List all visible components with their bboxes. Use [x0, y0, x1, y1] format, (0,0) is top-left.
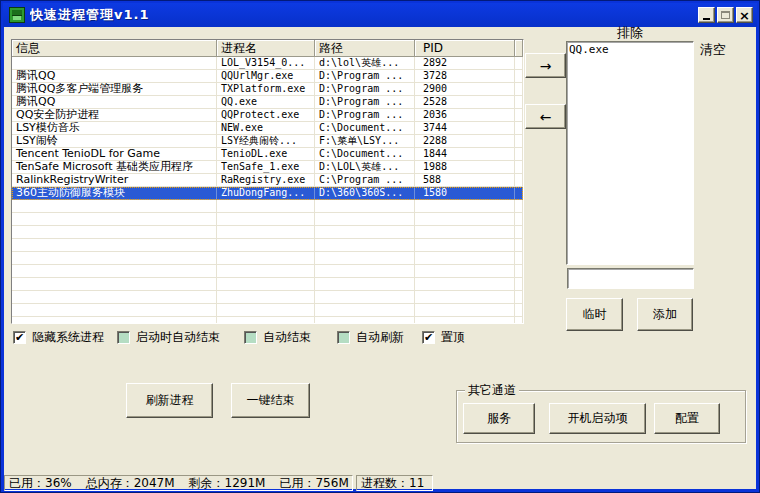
cell: [315, 252, 415, 265]
close-icon: ×: [739, 9, 750, 22]
cell: [515, 226, 523, 239]
cell: QQ安全防护进程: [12, 109, 217, 122]
cell: [217, 265, 315, 278]
cell: [515, 291, 523, 304]
status-segment: 已用：36%: [9, 476, 72, 490]
table-row: [12, 265, 523, 278]
exclusion-title: 排除: [566, 24, 694, 42]
cell: [217, 213, 315, 226]
refresh-processes-button[interactable]: 刷新进程: [126, 383, 213, 418]
checkbox-kill-on-startup[interactable]: 启动时自动结束: [117, 329, 220, 346]
cell: [12, 317, 217, 324]
cell: [415, 239, 515, 252]
checkbox-always-on-top[interactable]: ✔置顶: [422, 329, 465, 346]
temporary-button[interactable]: 临时: [566, 298, 623, 331]
checkbox-hide-system-processes[interactable]: ✔隐藏系统进程: [13, 329, 104, 346]
cell: [12, 278, 217, 291]
maximize-button[interactable]: [717, 7, 734, 23]
cell: [415, 278, 515, 291]
table-row[interactable]: LOL_V3154_0...d:\lol\英雄...2892: [12, 57, 523, 70]
unchecked-checkbox-icon[interactable]: [337, 331, 350, 344]
cell: [515, 200, 523, 213]
cell: 1844: [415, 148, 515, 161]
cell: [515, 278, 523, 291]
arrow-left-icon: ←: [540, 109, 552, 125]
cell: [515, 317, 523, 324]
column-header-3[interactable]: 路径: [315, 40, 415, 57]
cell: LSY闹铃: [12, 135, 217, 148]
cell: [415, 200, 515, 213]
clear-exclusion-label[interactable]: 清空: [700, 41, 726, 59]
checkbox-label: 置顶: [441, 329, 465, 346]
cell: C:\Program ...: [315, 174, 415, 187]
cell: [217, 304, 315, 317]
cell: 2036: [415, 109, 515, 122]
cell: [515, 265, 523, 278]
column-header-4[interactable]: PID: [415, 40, 515, 57]
cell: [415, 226, 515, 239]
cell: [515, 161, 523, 174]
table-row: [12, 239, 523, 252]
cell: [217, 278, 315, 291]
cell: [515, 174, 523, 187]
exclusion-listbox[interactable]: QQ.exe: [566, 41, 694, 265]
cell: [315, 265, 415, 278]
move-to-exclusion-button[interactable]: →: [525, 53, 566, 78]
cell: [515, 304, 523, 317]
table-row[interactable]: 腾讯QQQQ.exeD:\Program ...2528: [12, 96, 523, 109]
table-row[interactable]: QQ安全防护进程QQProtect.exeD:\Program ...2036: [12, 109, 523, 122]
table-row[interactable]: 腾讯QQQQUrlMgr.exeD:\Program ...3728: [12, 70, 523, 83]
exclusion-list-item[interactable]: QQ.exe: [569, 43, 693, 56]
exclusion-input[interactable]: [567, 268, 694, 289]
cell: [515, 70, 523, 83]
checkbox-auto-refresh[interactable]: 自动刷新: [337, 329, 404, 346]
unchecked-checkbox-icon[interactable]: [244, 331, 257, 344]
column-header-1[interactable]: 信息: [12, 40, 217, 57]
remove-from-exclusion-button[interactable]: ←: [525, 104, 566, 129]
cell: QQUrlMgr.exe: [217, 70, 315, 83]
cell: d:\lol\英雄...: [315, 57, 415, 70]
checked-checkbox-icon[interactable]: ✔: [422, 331, 435, 344]
cell: [515, 148, 523, 161]
minimize-button[interactable]: [698, 7, 715, 23]
checkbox-auto-kill[interactable]: 自动结束: [244, 329, 311, 346]
cell: [217, 317, 315, 324]
cell: QQProtect.exe: [217, 109, 315, 122]
config-button[interactable]: 配置: [654, 403, 720, 434]
cell: F:\菜单\LSY...: [315, 135, 415, 148]
table-row[interactable]: TenSafe Microsoft 基础类应用程序TenSafe_1.exeD:…: [12, 161, 523, 174]
table-row: [12, 278, 523, 291]
cell: C:\Document...: [315, 148, 415, 161]
table-row[interactable]: 腾讯QQ多客户端管理服务TXPlatform.exeD:\Program ...…: [12, 83, 523, 96]
cell: TenioDL.exe: [217, 148, 315, 161]
table-row[interactable]: LSY模仿音乐NEW.exeC:\Document...3744: [12, 122, 523, 135]
table-row[interactable]: Tencent TenioDL for GameTenioDL.exeC:\Do…: [12, 148, 523, 161]
one-key-kill-button[interactable]: 一键结束: [231, 383, 310, 418]
table-row[interactable]: RalinkRegistryWriterRaRegistry.exeC:\Pro…: [12, 174, 523, 187]
startup-items-button[interactable]: 开机启动项: [549, 403, 646, 434]
process-table: 信息进程名路径PID LOL_V3154_0...d:\lol\英雄...289…: [11, 39, 524, 324]
services-button[interactable]: 服务: [463, 403, 535, 434]
column-header-2[interactable]: 进程名: [217, 40, 315, 57]
cell: [12, 304, 217, 317]
other-channels-title: 其它通道: [465, 383, 519, 397]
checked-checkbox-icon[interactable]: ✔: [13, 331, 26, 344]
cell: [217, 226, 315, 239]
maximize-icon: [721, 11, 730, 19]
close-button[interactable]: ×: [736, 7, 753, 23]
add-button[interactable]: 添加: [637, 298, 693, 331]
table-row[interactable]: 360主动防御服务模块ZhuDongFang...D:\360\360S...1…: [12, 187, 523, 200]
cell: [217, 291, 315, 304]
table-row: [12, 200, 523, 213]
cell: [315, 317, 415, 324]
cell: D:\Program ...: [315, 96, 415, 109]
unchecked-checkbox-icon[interactable]: [117, 331, 130, 344]
cell: 腾讯QQ: [12, 70, 217, 83]
column-header-sliver[interactable]: [515, 40, 523, 57]
table-row[interactable]: LSY闹铃LSY经典闹铃...F:\菜单\LSY...2288: [12, 135, 523, 148]
app-icon: [9, 7, 25, 23]
cell: [12, 213, 217, 226]
cell: 2900: [415, 83, 515, 96]
cell: D:\LOL\英雄...: [315, 161, 415, 174]
status-segment: 已用：756M: [279, 476, 348, 490]
